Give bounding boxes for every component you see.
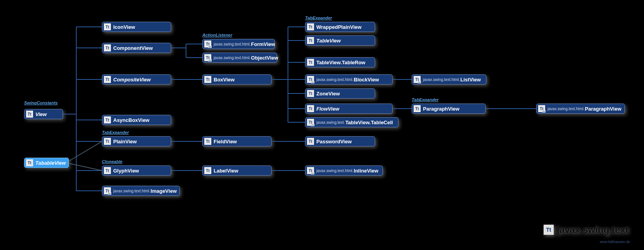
node-label: ImageView <box>151 188 177 194</box>
iface-tabexpander-top[interactable]: TabExpander <box>305 16 332 20</box>
class-icon: Tt <box>307 167 314 174</box>
node-label: PlainView <box>113 139 137 144</box>
node-prefix: javax.swing.text.html. <box>423 77 460 82</box>
node-wrappedplainview[interactable]: Tt WrappedPlainView <box>305 22 375 32</box>
package-title: Tt javax.swing.text <box>544 224 628 235</box>
node-passwordview[interactable]: Tt PasswordView <box>305 136 375 146</box>
node-label: GlyphView <box>113 168 139 174</box>
node-tableviewcell[interactable]: Tt javax.swing.text. TableView.TableCell <box>305 117 398 127</box>
node-formview[interactable]: Tt javax.swing.text.html. FormView <box>202 39 275 49</box>
class-icon: Tt <box>104 76 111 83</box>
node-label: TableView <box>316 38 341 44</box>
node-asyncboxview[interactable]: Tt AsyncBoxView <box>102 115 171 125</box>
class-icon: Tt <box>104 187 111 194</box>
class-icon: Tt <box>307 105 314 112</box>
node-label: CompositeView <box>113 77 151 83</box>
node-label: FlowView <box>316 106 339 112</box>
class-icon: Tt <box>26 159 33 166</box>
node-label: FormView <box>251 41 275 47</box>
iface-tabexpander-right[interactable]: TabExpander <box>412 97 439 102</box>
node-label: PasswordView <box>316 139 352 144</box>
node-label: IconView <box>113 24 135 30</box>
node-objectview[interactable]: Tt javax.swing.text.html. ObjectView <box>202 53 277 63</box>
node-label: ComponentView <box>113 45 153 51</box>
node-label: View <box>35 111 47 117</box>
node-paragraphview-html[interactable]: Tt javax.swing.text.html. ParagraphView <box>536 104 625 114</box>
node-prefix: javax.swing.text.html. <box>113 189 150 193</box>
class-icon: Tt <box>204 138 211 145</box>
node-flowview[interactable]: Tt FlowView <box>305 104 393 114</box>
node-label: ParagraphView <box>585 106 621 112</box>
node-prefix: javax.swing.text.html. <box>316 169 353 173</box>
node-label: ZoneView <box>316 91 340 97</box>
node-prefix: javax.swing.text. <box>316 120 345 125</box>
node-label: TableView.TableCell <box>345 120 393 125</box>
node-fieldview[interactable]: Tt FieldView <box>202 136 272 146</box>
class-icon: Tt <box>104 23 111 30</box>
iface-cloneable[interactable]: Cloneable <box>102 159 123 164</box>
class-icon: Tt <box>104 116 111 123</box>
class-icon: Tt <box>104 44 111 51</box>
node-label: InlineView <box>354 168 378 174</box>
class-icon: Tt <box>307 59 314 66</box>
class-icon: Tt <box>204 40 211 48</box>
class-icon: Tt <box>307 138 314 145</box>
node-prefix: javax.swing.text.html. <box>214 56 251 60</box>
node-label: WrappedPlainView <box>316 24 361 30</box>
node-tabableview[interactable]: Tt TabableView <box>24 158 69 168</box>
node-imageview[interactable]: Tt javax.swing.text.html. ImageView <box>102 186 180 196</box>
class-icon: Tt <box>307 90 314 97</box>
package-title-text: javax.swing.text <box>557 224 628 235</box>
class-icon: Tt <box>538 105 545 112</box>
node-label: TabableView <box>35 160 66 166</box>
node-tableviewrow[interactable]: Tt TableView.TableRow <box>305 57 375 67</box>
class-icon: Tt <box>104 167 111 174</box>
node-tableview[interactable]: Tt TableView <box>305 35 375 46</box>
class-icon: Tt <box>204 76 211 83</box>
class-icon: Tt <box>307 119 314 126</box>
node-blockview[interactable]: Tt javax.swing.text.html. BlockView <box>305 74 393 85</box>
svg-line-32 <box>66 141 102 163</box>
node-prefix: javax.swing.text.html. <box>214 42 251 46</box>
package-icon: Tt <box>544 225 554 235</box>
class-icon: Tt <box>104 138 111 145</box>
footer-link[interactable]: www.falkhausen.de <box>600 240 630 244</box>
node-label: AsyncBoxView <box>113 117 149 123</box>
class-icon: Tt <box>307 76 314 83</box>
svg-line-31 <box>66 163 102 171</box>
node-label: ObjectView <box>251 55 278 61</box>
node-plainview[interactable]: Tt PlainView <box>102 136 171 146</box>
class-icon: Tt <box>204 167 211 174</box>
node-inlineview[interactable]: Tt javax.swing.text.html. InlineView <box>305 165 383 176</box>
node-paragraphview[interactable]: Tt ParagraphView <box>412 104 486 114</box>
node-prefix: javax.swing.text.html. <box>547 107 584 111</box>
node-prefix: javax.swing.text.html. <box>316 77 353 82</box>
node-label: TableView.TableRow <box>316 60 365 65</box>
class-icon: Tt <box>414 105 421 112</box>
node-glyphview[interactable]: Tt GlyphView <box>102 165 171 176</box>
node-view[interactable]: Tt View <box>24 109 63 119</box>
iface-tabexpander-mid[interactable]: TabExpander <box>102 130 129 135</box>
class-icon: Tt <box>26 111 33 118</box>
node-label: BoxView <box>214 77 235 83</box>
node-iconview[interactable]: Tt IconView <box>102 22 171 32</box>
node-zoneview[interactable]: Tt ZoneView <box>305 88 375 99</box>
node-labelview[interactable]: Tt LabelView <box>202 165 272 176</box>
class-icon: Tt <box>204 54 211 61</box>
iface-swingconstants[interactable]: SwingConstants <box>24 100 58 105</box>
node-listview[interactable]: Tt javax.swing.text.html. ListView <box>412 74 486 85</box>
node-label: BlockView <box>354 77 379 83</box>
node-label: ParagraphView <box>423 106 460 112</box>
node-label: ListView <box>460 77 481 83</box>
node-componentview[interactable]: Tt ComponentView <box>102 43 171 53</box>
node-label: FieldView <box>214 139 237 144</box>
node-compositeview[interactable]: Tt CompositeView <box>102 74 171 85</box>
node-boxview[interactable]: Tt BoxView <box>202 74 272 85</box>
iface-actionlistener[interactable]: ActionListener <box>202 33 232 37</box>
class-icon: Tt <box>307 23 314 30</box>
node-label: LabelView <box>214 168 238 174</box>
class-icon: Tt <box>307 37 314 44</box>
class-icon: Tt <box>414 76 421 83</box>
